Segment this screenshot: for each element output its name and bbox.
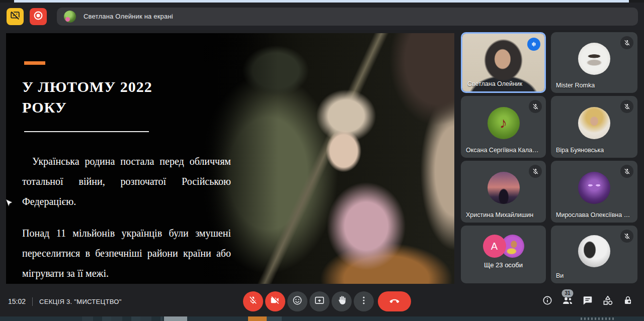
- chat-icon: [582, 295, 593, 308]
- tile-more-participants[interactable]: A Ще 23 особи: [461, 226, 546, 283]
- activities-button[interactable]: [602, 295, 614, 307]
- record-icon: [33, 10, 44, 23]
- avatar-vira: [578, 107, 610, 139]
- camera-toggle-button[interactable]: [265, 291, 285, 311]
- slide-text-column: У ЛЮТОМУ 2022 РОКУ Українська родина пос…: [22, 33, 233, 283]
- mic-off-icon: [620, 165, 633, 178]
- smiley-icon: [292, 295, 303, 308]
- slide-title: У ЛЮТОМУ 2022 РОКУ: [22, 77, 166, 118]
- mic-off-icon: [620, 230, 633, 243]
- meeting-title: СЕКЦІЯ 3. "МИСТЕЦТВО": [39, 298, 122, 305]
- os-taskbar-strip: [0, 316, 644, 321]
- shared-screen-presentation[interactable]: У ЛЮТОМУ 2022 РОКУ Українська родина пос…: [6, 33, 454, 284]
- slide-photo-soldier-child: [203, 33, 454, 284]
- participant-name-label: Віра Буяновська: [556, 147, 604, 154]
- raise-hand-button[interactable]: [332, 291, 352, 311]
- recording-indicator-button[interactable]: [30, 8, 47, 25]
- side-panel-controls: 31: [541, 286, 634, 316]
- info-icon: [542, 295, 553, 308]
- present-screen-icon: [314, 295, 325, 308]
- presenting-status-label: Светлана Олейник на екрані: [84, 13, 173, 20]
- avatar-khrystyna-sunset: [488, 172, 520, 204]
- taskbar-item-powerpoint: [248, 316, 267, 321]
- mic-off-icon: [248, 295, 258, 307]
- participant-name-label: Христина Михайлишин: [466, 211, 533, 219]
- camera-off-icon: [270, 295, 280, 307]
- avatar-letter-a: A: [483, 235, 506, 258]
- tile-oksana[interactable]: ♪ Оксана Сергіївна Кала…: [461, 96, 546, 158]
- participant-name-label: Светлана Олейник: [467, 80, 522, 87]
- participants-grid: Светлана Олейник Mister Romka ♪: [461, 32, 638, 283]
- presenter-avatar: [64, 11, 76, 23]
- show-participants-button[interactable]: 31: [561, 295, 574, 307]
- tile-myroslava[interactable]: Мирослава Олексіївна …: [551, 161, 637, 223]
- avatar-oksana-music-note: ♪: [488, 107, 520, 139]
- mic-off-icon: [620, 36, 633, 49]
- stop-presenting-button[interactable]: [7, 8, 24, 25]
- call-controls: [243, 291, 411, 311]
- host-controls-button[interactable]: [622, 295, 634, 307]
- participant-name-label: Ви: [556, 272, 564, 279]
- avatar-mister-romka: [578, 43, 610, 75]
- mouse-cursor: [5, 199, 12, 210]
- taskbar-thumbnails: [82, 316, 163, 321]
- meeting-main-area: У ЛЮТОМУ 2022 РОКУ Українська родина пос…: [0, 30, 644, 286]
- three-dots-icon: [359, 295, 369, 307]
- lock-gear-icon: [622, 295, 633, 308]
- taskbar-item-light: [267, 316, 282, 321]
- mic-off-icon: [620, 100, 633, 113]
- slide-paragraph-1: Українська родина постала перед обличчям…: [22, 151, 231, 211]
- meeting-details-button[interactable]: [541, 295, 553, 307]
- slide-accent-dash: [24, 61, 45, 65]
- tile-mister-romka[interactable]: Mister Romka: [551, 32, 637, 93]
- taskbar-clock-area: [581, 317, 616, 320]
- participant-name-label: Мирослава Олексіївна …: [556, 211, 630, 219]
- more-participants-label: Ще 23 особи: [461, 261, 546, 269]
- participant-name-label: Mister Romka: [556, 82, 595, 89]
- meeting-info: 15:02 СЕКЦІЯ 3. "МИСТЕЦТВО": [8, 286, 122, 316]
- taskbar-item-gray: [164, 316, 187, 321]
- microphone-toggle-button[interactable]: [243, 291, 263, 311]
- presenting-status-pill[interactable]: Светлана Олейник на екрані: [57, 8, 638, 26]
- clock-time: 15:02: [8, 297, 26, 305]
- avatar-you: [578, 235, 610, 267]
- participants-count-badge: 31: [561, 289, 573, 297]
- mic-off-icon: [529, 100, 542, 113]
- participant-name-label: Оксана Сергіївна Кала…: [466, 147, 539, 154]
- reactions-button[interactable]: [287, 291, 307, 311]
- tile-vira-buyanovska[interactable]: Віра Буяновська: [551, 96, 637, 158]
- bottom-control-bar: 15:02 СЕКЦІЯ 3. "МИСТЕЦТВО": [0, 286, 644, 316]
- slide-paragraph-2: Понад 11 мільйонів українців були змушен…: [22, 223, 231, 283]
- more-options-button[interactable]: [354, 291, 374, 311]
- overflow-avatars: A: [483, 235, 524, 258]
- tile-svetlana-oleynik[interactable]: Светлана Олейник: [461, 32, 546, 93]
- audio-level-icon: [527, 38, 540, 51]
- raise-hand-icon: [336, 295, 347, 308]
- mic-off-icon: [529, 165, 542, 178]
- chat-button[interactable]: [582, 295, 594, 307]
- end-call-button[interactable]: [378, 291, 411, 311]
- slide-title-underline: [24, 131, 149, 132]
- phone-hangup-icon: [388, 294, 400, 308]
- divider: [32, 297, 33, 306]
- avatar-letter: A: [491, 241, 498, 252]
- tile-you[interactable]: Ви: [551, 226, 637, 283]
- top-bar: Светлана Олейник на екрані: [0, 3, 644, 30]
- music-note-glyph: ♪: [500, 115, 507, 132]
- presentation-off-icon: [10, 10, 21, 23]
- avatar-myroslava: [578, 172, 610, 204]
- tile-khrystyna[interactable]: Христина Михайлишин: [461, 161, 546, 223]
- activities-shapes-icon: [602, 294, 614, 308]
- present-screen-button[interactable]: [309, 291, 330, 311]
